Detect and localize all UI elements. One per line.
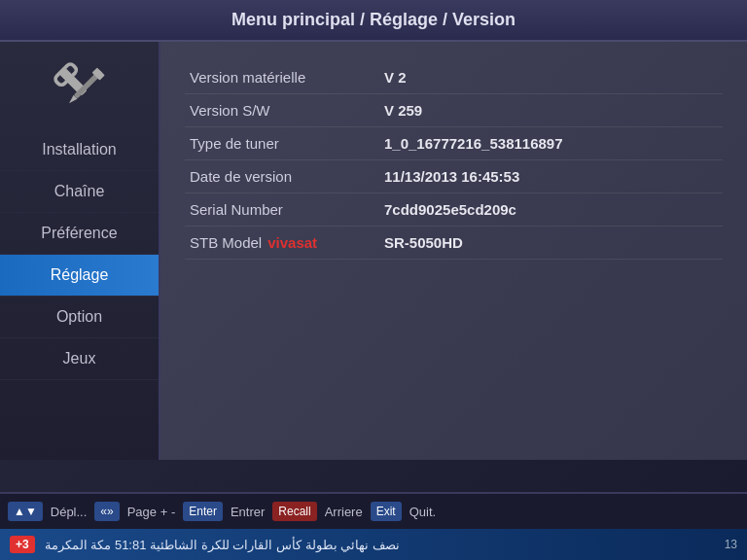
label-stb-model: STB Model vivasat [190, 234, 384, 251]
page-label: Page + - [127, 505, 176, 519]
label-type-tuner: Type de tuner [190, 135, 384, 152]
ticker-bar: +3 نصف نهائي بطولة كأس القارات للكرة الش… [0, 529, 747, 560]
ticker-badge: +3 [10, 536, 35, 553]
value-type-tuner: 1_0_16777216_538116897 [384, 135, 563, 152]
sidebar-icon [48, 42, 111, 129]
quit-label: Quit. [409, 505, 436, 519]
table-row: Serial Number 7cdd9025e5cd209c [185, 193, 723, 227]
title-bar: Menu principal / Réglage / Version [0, 0, 747, 42]
arriere-label: Arriere [325, 505, 363, 519]
sidebar-item-chaine[interactable]: Chaîne [0, 171, 159, 213]
content-area: Installation Chaîne Préférence Réglage O… [0, 42, 747, 460]
sidebar-item-jeux[interactable]: Jeux [0, 338, 159, 380]
main-panel: Version matérielle V 2 Version S/W V 259… [160, 42, 747, 460]
table-row: Date de version 11/13/2013 16:45:53 [185, 160, 723, 193]
ticker-channel-num: 13 [725, 538, 737, 551]
brand-label: vivasat [267, 234, 317, 251]
recall-btn[interactable]: Recall [272, 502, 316, 521]
value-date-version: 11/13/2013 16:45:53 [384, 168, 519, 185]
tools-icon [48, 56, 111, 120]
entrer-label: Entrer [231, 505, 265, 519]
enter-btn[interactable]: Enter [183, 502, 223, 521]
sidebar-item-installation[interactable]: Installation [0, 129, 159, 171]
table-row: Version matérielle V 2 [185, 61, 723, 94]
value-stb-model: SR-5050HD [384, 234, 463, 251]
nav-arrows-btn[interactable]: ▲▼ [8, 502, 43, 521]
sidebar: Installation Chaîne Préférence Réglage O… [0, 42, 160, 460]
depl-label: Dépl... [51, 505, 88, 519]
info-table: Version matérielle V 2 Version S/W V 259… [185, 61, 723, 260]
value-version-sw: V 259 [384, 102, 422, 119]
label-date-version: Date de version [190, 168, 384, 185]
label-serial-number: Serial Number [190, 201, 384, 218]
label-version-sw: Version S/W [190, 102, 384, 119]
value-serial-number: 7cdd9025e5cd209c [384, 201, 516, 218]
sidebar-menu: Installation Chaîne Préférence Réglage O… [0, 129, 159, 380]
label-version-materielle: Version matérielle [190, 69, 384, 86]
exit-btn[interactable]: Exit [371, 502, 402, 521]
sidebar-item-reglage[interactable]: Réglage [0, 255, 159, 297]
page-arrows-btn[interactable]: «» [94, 502, 119, 521]
table-row: Version S/W V 259 [185, 94, 723, 127]
screen: Menu principal / Réglage / Version [0, 0, 747, 560]
value-version-materielle: V 2 [384, 69, 407, 86]
sidebar-item-preference[interactable]: Préférence [0, 213, 159, 255]
sidebar-item-option[interactable]: Option [0, 297, 159, 338]
ticker-text: نصف نهائي بطولة كأس القارات للكرة الشاطئ… [45, 538, 400, 552]
bottom-bar: ▲▼ Dépl... «» Page + - Enter Entrer Reca… [0, 492, 747, 529]
page-title: Menu principal / Réglage / Version [231, 10, 516, 29]
table-row: Type de tuner 1_0_16777216_538116897 [185, 127, 723, 160]
table-row: STB Model vivasat SR-5050HD [185, 227, 723, 260]
